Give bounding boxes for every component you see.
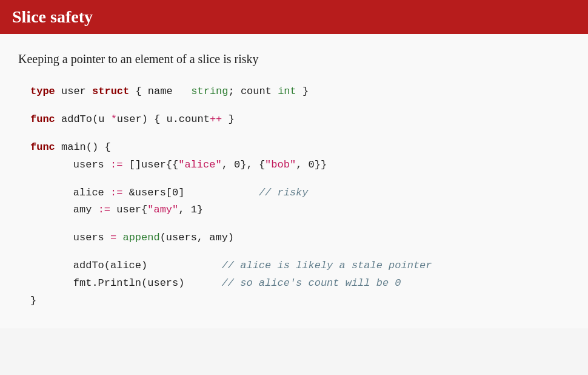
keyword-type: type [30,86,55,97]
code-line-addto-call: addTo(alice) // alice is likely a stale … [48,257,570,275]
assign-op-3: := [98,204,110,215]
blank-line-2 [30,129,570,139]
code-line-addto: func addTo(u *user) { u.count++ } [30,111,570,129]
page-header: Slice safety [0,0,588,34]
code-line-append: users = append(users, amy) [48,229,570,247]
comment-count-zero: // so alice's count will be 0 [222,277,401,289]
assign-op-4: = [110,232,116,243]
keyword-func-2: func [30,141,55,153]
comment-risky: // risky [259,187,309,198]
code-line-main-open: func main() { [30,139,570,157]
code-line-users-init: users := []user{{"alice", 0}, {"bob", 0}… [48,157,570,174]
string-alice: "alice" [178,159,221,171]
string-amy: "amy" [147,204,178,215]
page-title: Slice safety [12,7,93,27]
blank-line-1 [30,101,570,111]
blank-line-3 [30,174,570,184]
blank-line-5 [30,247,570,257]
string-bob: "bob" [265,159,296,171]
assign-op-2: := [110,187,122,198]
comment-stale: // alice is likely a stale pointer [222,260,432,271]
code-line-type-struct: type user struct { name string; count in… [30,83,570,101]
keyword-func-1: func [30,113,55,125]
code-block: type user struct { name string; count in… [18,83,570,310]
blank-line-4 [30,219,570,229]
builtin-append: append [122,232,159,243]
increment-op: ++ [210,113,222,125]
keyword-struct: struct [92,86,129,97]
code-line-close-brace: } [30,292,570,310]
pointer-star: * [111,113,117,125]
code-line-println: fmt.Println(users) // so alice's count w… [48,275,570,292]
code-line-amy: amy := user{"amy", 1} [48,201,570,219]
main-content: Keeping a pointer to an element of a sli… [0,34,588,328]
type-string: string [191,86,228,97]
code-line-alice: alice := &users[0] // risky [48,184,570,202]
assign-op-1: := [110,159,122,171]
type-int: int [278,86,296,97]
subtitle: Keeping a pointer to an element of a sli… [18,52,570,66]
